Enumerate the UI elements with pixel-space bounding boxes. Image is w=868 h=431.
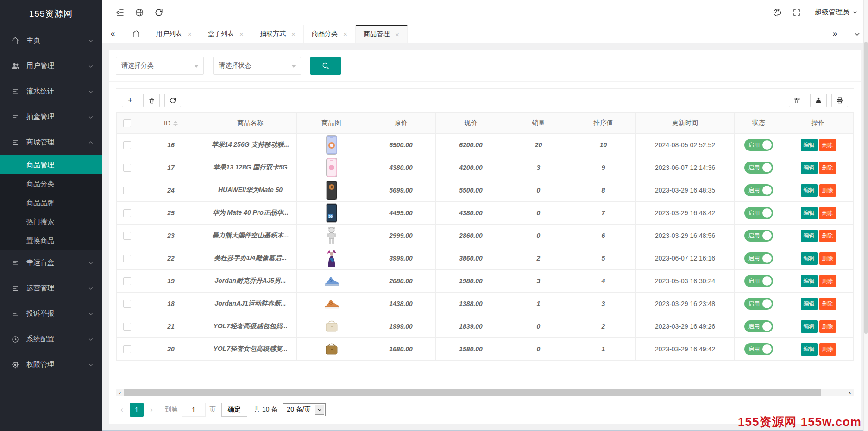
product-image[interactable]: 5G <box>297 202 366 225</box>
sidebar-subitem-商品管理[interactable]: 商品管理 <box>0 155 102 174</box>
next-page-button[interactable]: › <box>145 405 157 414</box>
search-button[interactable] <box>310 57 341 75</box>
product-image[interactable] <box>297 315 366 338</box>
status-toggle[interactable]: 启用 <box>744 298 773 310</box>
tab-商品分类[interactable]: 商品分类× <box>304 25 356 43</box>
row-checkbox[interactable] <box>123 323 131 331</box>
per-page-select[interactable]: 20 条/页 <box>283 403 325 416</box>
row-checkbox[interactable] <box>123 232 131 240</box>
product-image[interactable] <box>297 179 366 202</box>
user-menu[interactable]: 超级管理员 <box>815 8 858 17</box>
product-image[interactable] <box>297 293 366 315</box>
sidebar-item-用户管理[interactable]: 用户管理 <box>0 53 102 79</box>
menu-fold-icon[interactable] <box>110 3 130 22</box>
sort-icon[interactable] <box>173 121 178 126</box>
tab-商品管理[interactable]: 商品管理× <box>356 25 408 43</box>
row-checkbox[interactable] <box>123 277 131 285</box>
prev-page-button[interactable]: ‹ <box>116 405 128 414</box>
goto-page-input[interactable] <box>182 403 206 417</box>
globe-icon[interactable] <box>130 3 149 22</box>
delete-button[interactable]: 删除 <box>819 207 836 219</box>
sidebar-item-运营管理[interactable]: 运营管理 <box>0 275 102 301</box>
status-toggle[interactable]: 启用 <box>744 139 773 151</box>
delete-button[interactable]: 删除 <box>819 139 836 151</box>
status-toggle[interactable]: 启用 <box>744 275 773 287</box>
status-select[interactable]: 请选择状态 <box>213 57 301 75</box>
product-image[interactable] <box>297 225 366 247</box>
sidebar-subitem-置换商品[interactable]: 置换商品 <box>0 231 102 250</box>
tab-抽取方式[interactable]: 抽取方式× <box>252 25 304 43</box>
sidebar-item-幸运盲盒[interactable]: 幸运盲盒 <box>0 250 102 275</box>
vertical-scrollbar[interactable] <box>863 0 868 431</box>
tab-home[interactable] <box>124 25 148 43</box>
row-checkbox[interactable] <box>123 300 131 308</box>
edit-button[interactable]: 编辑 <box>801 320 818 333</box>
product-image[interactable] <box>297 338 366 361</box>
edit-button[interactable]: 编辑 <box>801 275 818 287</box>
hscroll-left-icon[interactable]: ‹ <box>116 389 124 396</box>
row-checkbox[interactable] <box>123 255 131 262</box>
row-checkbox[interactable] <box>123 209 131 217</box>
edit-button[interactable]: 编辑 <box>801 230 818 242</box>
row-checkbox[interactable] <box>123 164 131 172</box>
status-toggle[interactable]: 启用 <box>744 343 773 355</box>
delete-button[interactable]: 删除 <box>819 298 836 310</box>
sidebar-item-系统配置[interactable]: 系统配置 <box>0 326 102 352</box>
sidebar-item-主页[interactable]: 主页 <box>0 28 102 53</box>
sidebar-subitem-热门搜索[interactable]: 热门搜索 <box>0 212 102 231</box>
status-toggle[interactable]: 启用 <box>744 320 773 332</box>
row-checkbox[interactable] <box>123 141 131 149</box>
delete-button[interactable]: 删除 <box>819 252 836 265</box>
batch-delete-button[interactable] <box>143 94 160 107</box>
add-button[interactable]: + <box>122 94 138 107</box>
edit-button[interactable]: 编辑 <box>801 139 818 151</box>
confirm-page-button[interactable]: 确定 <box>221 403 247 417</box>
delete-button[interactable]: 删除 <box>819 320 836 333</box>
sidebar-subitem-商品品牌[interactable]: 商品品牌 <box>0 193 102 212</box>
edit-button[interactable]: 编辑 <box>801 343 818 356</box>
delete-button[interactable]: 删除 <box>819 162 836 174</box>
sidebar-item-权限管理[interactable]: 权限管理 <box>0 352 102 377</box>
status-toggle[interactable]: 启用 <box>744 207 773 219</box>
page-number-button[interactable]: 1 <box>130 403 144 417</box>
sidebar-item-商城管理[interactable]: 商城管理 <box>0 130 102 155</box>
tabs-scroll-left-icon[interactable]: « <box>102 25 124 43</box>
table-refresh-button[interactable] <box>164 94 181 107</box>
export-button[interactable] <box>810 94 827 107</box>
tab-close-icon[interactable]: × <box>395 31 399 38</box>
sidebar-subitem-商品分类[interactable]: 商品分类 <box>0 174 102 193</box>
category-select[interactable]: 请选择分类 <box>116 57 204 75</box>
delete-button[interactable]: 删除 <box>819 275 836 287</box>
hscroll-right-icon[interactable]: › <box>846 389 854 396</box>
fullscreen-icon[interactable] <box>787 3 806 22</box>
row-checkbox[interactable] <box>123 345 131 353</box>
print-button[interactable] <box>831 94 848 107</box>
theme-palette-icon[interactable] <box>767 3 787 22</box>
status-toggle[interactable]: 启用 <box>744 184 773 196</box>
delete-button[interactable]: 删除 <box>819 343 836 356</box>
select-all-checkbox[interactable] <box>123 119 131 127</box>
columns-filter-button[interactable] <box>789 94 805 107</box>
vscroll-thumb[interactable] <box>864 42 868 334</box>
edit-button[interactable]: 编辑 <box>801 184 818 197</box>
sidebar-item-流水统计[interactable]: 流水统计 <box>0 79 102 104</box>
tab-盒子列表[interactable]: 盒子列表× <box>200 25 252 43</box>
tab-用户列表[interactable]: 用户列表× <box>148 25 200 43</box>
edit-button[interactable]: 编辑 <box>801 162 818 174</box>
product-image[interactable] <box>297 156 366 179</box>
product-image[interactable] <box>297 134 366 156</box>
edit-button[interactable]: 编辑 <box>801 207 818 219</box>
tab-close-icon[interactable]: × <box>343 30 347 38</box>
delete-button[interactable]: 删除 <box>819 230 836 242</box>
refresh-icon[interactable] <box>149 3 169 22</box>
edit-button[interactable]: 编辑 <box>801 298 818 310</box>
product-image[interactable] <box>297 247 366 270</box>
status-toggle[interactable]: 启用 <box>744 230 773 242</box>
sidebar-item-抽盒管理[interactable]: 抽盒管理 <box>0 104 102 130</box>
sidebar-item-投诉举报[interactable]: 投诉举报 <box>0 301 102 326</box>
hscroll-thumb[interactable] <box>124 389 821 396</box>
tab-close-icon[interactable]: × <box>188 30 192 38</box>
edit-button[interactable]: 编辑 <box>801 252 818 265</box>
tab-close-icon[interactable]: × <box>239 30 244 38</box>
horizontal-scrollbar[interactable]: ‹ › <box>116 389 854 396</box>
